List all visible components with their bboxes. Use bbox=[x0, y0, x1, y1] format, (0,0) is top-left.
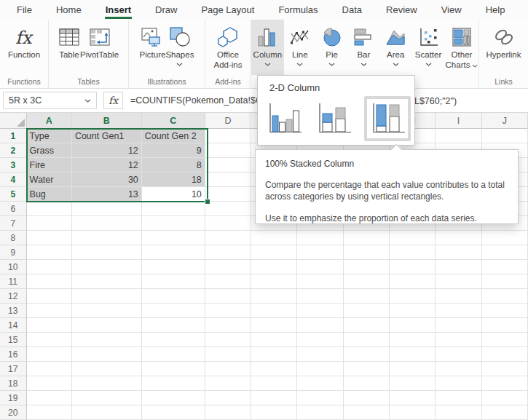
cell-B20[interactable] bbox=[72, 405, 142, 420]
tab-formulas[interactable]: Formulas bbox=[277, 1, 318, 19]
cell-A16[interactable] bbox=[27, 347, 72, 362]
cell-C9[interactable] bbox=[142, 245, 205, 260]
cell-J20[interactable] bbox=[482, 405, 528, 420]
row-header-13[interactable]: 13 bbox=[0, 304, 27, 318]
cell-J12[interactable] bbox=[482, 289, 528, 304]
formula-input[interactable]: =COUNTIFS(Pokemon_Data!$C$ bbox=[130, 95, 267, 106]
tab-insert[interactable]: Insert bbox=[105, 1, 132, 19]
cell-C20[interactable] bbox=[142, 405, 205, 420]
cell-J19[interactable] bbox=[482, 391, 528, 405]
cell-A17[interactable] bbox=[27, 362, 72, 376]
cell-J9[interactable] bbox=[482, 245, 528, 260]
name-box[interactable]: 5R x 3C bbox=[3, 92, 97, 109]
cell-J11[interactable] bbox=[482, 274, 528, 289]
cell-H19[interactable] bbox=[390, 391, 436, 405]
cell-H13[interactable] bbox=[390, 304, 436, 318]
cell-H17[interactable] bbox=[390, 362, 436, 376]
tab-page-layout[interactable]: Page Layout bbox=[200, 1, 255, 19]
tab-review[interactable]: Review bbox=[385, 1, 418, 19]
cell-D10[interactable] bbox=[205, 260, 251, 274]
hyperlink-button[interactable]: Hyperlink bbox=[486, 20, 521, 75]
cell-I15[interactable] bbox=[436, 333, 481, 347]
cell-B14[interactable] bbox=[72, 318, 142, 333]
cell-D5[interactable] bbox=[205, 187, 251, 202]
cell-A18[interactable] bbox=[27, 376, 72, 391]
cell-C16[interactable] bbox=[142, 347, 205, 362]
select-all-button[interactable] bbox=[0, 113, 27, 129]
cell-B8[interactable] bbox=[72, 231, 142, 245]
cell-A19[interactable] bbox=[27, 391, 72, 405]
row-header-7[interactable]: 7 bbox=[0, 216, 27, 231]
cell-J18[interactable] bbox=[482, 376, 528, 391]
cell-F20[interactable] bbox=[297, 405, 343, 420]
column-header-A[interactable]: A bbox=[27, 113, 72, 129]
cell-G18[interactable] bbox=[344, 376, 390, 391]
cell-E16[interactable] bbox=[251, 347, 297, 362]
cell-B13[interactable] bbox=[72, 304, 142, 318]
row-header-18[interactable]: 18 bbox=[0, 376, 27, 391]
row-header-3[interactable]: 3 bbox=[0, 158, 27, 173]
cell-E14[interactable] bbox=[251, 318, 297, 333]
tab-view[interactable]: View bbox=[441, 1, 462, 19]
cell-G10[interactable] bbox=[344, 260, 390, 274]
row-header-5[interactable]: 5 bbox=[0, 187, 27, 202]
cell-J14[interactable] bbox=[482, 318, 528, 333]
cell-A13[interactable] bbox=[27, 304, 72, 318]
row-header-11[interactable]: 11 bbox=[0, 274, 27, 289]
area-chart-button[interactable]: Area bbox=[379, 20, 411, 75]
cell-E8[interactable] bbox=[251, 231, 297, 245]
cell-B18[interactable] bbox=[72, 376, 142, 391]
cell-B5[interactable]: 13 bbox=[72, 187, 142, 202]
chevron-down-icon[interactable] bbox=[84, 99, 91, 103]
cell-C3[interactable]: 8 bbox=[142, 158, 205, 173]
column-header-J[interactable]: J bbox=[482, 113, 528, 129]
cell-D8[interactable] bbox=[205, 231, 251, 245]
cell-B7[interactable] bbox=[72, 216, 142, 231]
cell-I14[interactable] bbox=[436, 318, 481, 333]
cell-E20[interactable] bbox=[251, 405, 297, 420]
tab-data[interactable]: Data bbox=[342, 1, 363, 19]
cell-G11[interactable] bbox=[344, 274, 390, 289]
cell-F19[interactable] bbox=[297, 391, 343, 405]
hundred-percent-stacked-column-option[interactable] bbox=[364, 96, 411, 141]
cell-C6[interactable] bbox=[142, 202, 205, 216]
cell-G9[interactable] bbox=[344, 245, 390, 260]
cell-A1[interactable]: Type bbox=[27, 129, 72, 143]
cell-C14[interactable] bbox=[142, 318, 205, 333]
table-button[interactable]: Table bbox=[58, 20, 80, 75]
cell-H15[interactable] bbox=[390, 333, 436, 347]
cell-B16[interactable] bbox=[72, 347, 142, 362]
cell-A9[interactable] bbox=[27, 245, 72, 260]
row-header-19[interactable]: 19 bbox=[0, 391, 27, 405]
cell-I8[interactable] bbox=[436, 231, 481, 245]
cell-C5[interactable]: 10 bbox=[142, 187, 205, 202]
cell-G12[interactable] bbox=[344, 289, 390, 304]
cell-E15[interactable] bbox=[251, 333, 297, 347]
cell-B2[interactable]: 12 bbox=[72, 143, 142, 158]
cell-D12[interactable] bbox=[205, 289, 251, 304]
row-header-20[interactable]: 20 bbox=[0, 405, 27, 420]
cell-J15[interactable] bbox=[482, 333, 528, 347]
column-chart-button[interactable]: Column bbox=[251, 20, 284, 75]
cell-C11[interactable] bbox=[142, 274, 205, 289]
cell-A14[interactable] bbox=[27, 318, 72, 333]
cell-F9[interactable] bbox=[297, 245, 343, 260]
cell-F14[interactable] bbox=[297, 318, 343, 333]
cell-B9[interactable] bbox=[72, 245, 142, 260]
cell-J13[interactable] bbox=[482, 304, 528, 318]
cell-A8[interactable] bbox=[27, 231, 72, 245]
picture-button[interactable]: Picture bbox=[140, 20, 166, 75]
cell-I13[interactable] bbox=[436, 304, 481, 318]
cell-D6[interactable] bbox=[205, 202, 251, 216]
pivottable-button[interactable]: PivotTable bbox=[80, 20, 119, 75]
cell-H18[interactable] bbox=[390, 376, 436, 391]
cell-D9[interactable] bbox=[205, 245, 251, 260]
cell-D1[interactable] bbox=[205, 129, 251, 143]
cell-B6[interactable] bbox=[72, 202, 142, 216]
cell-C8[interactable] bbox=[142, 231, 205, 245]
cell-B4[interactable]: 30 bbox=[72, 173, 142, 187]
function-button[interactable]: fx Function bbox=[8, 20, 40, 75]
cell-H14[interactable] bbox=[390, 318, 436, 333]
row-header-10[interactable]: 10 bbox=[0, 260, 27, 274]
cell-I9[interactable] bbox=[436, 245, 481, 260]
